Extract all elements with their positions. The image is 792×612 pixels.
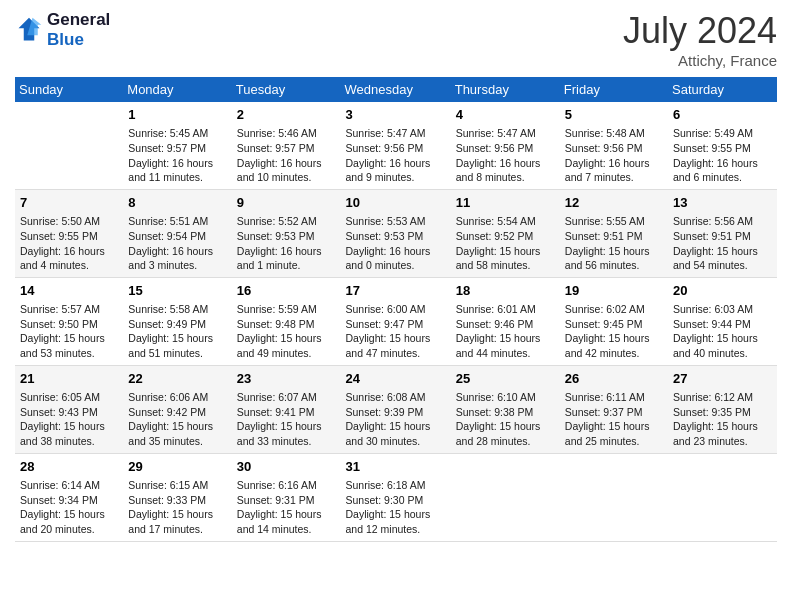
calendar-cell: 17Sunrise: 6:00 AM Sunset: 9:47 PM Dayli… [341,277,451,365]
weekday-header-saturday: Saturday [668,77,777,102]
day-number: 14 [20,282,118,300]
calendar-cell: 8Sunrise: 5:51 AM Sunset: 9:54 PM Daylig… [123,189,231,277]
day-info: Sunrise: 6:18 AM Sunset: 9:30 PM Dayligh… [346,478,446,537]
day-info: Sunrise: 6:05 AM Sunset: 9:43 PM Dayligh… [20,390,118,449]
day-number: 15 [128,282,226,300]
day-number: 30 [237,458,336,476]
week-row-5: 28Sunrise: 6:14 AM Sunset: 9:34 PM Dayli… [15,453,777,541]
day-number: 23 [237,370,336,388]
day-info: Sunrise: 5:58 AM Sunset: 9:49 PM Dayligh… [128,302,226,361]
day-info: Sunrise: 5:49 AM Sunset: 9:55 PM Dayligh… [673,126,772,185]
day-info: Sunrise: 6:16 AM Sunset: 9:31 PM Dayligh… [237,478,336,537]
day-info: Sunrise: 5:56 AM Sunset: 9:51 PM Dayligh… [673,214,772,273]
day-number: 16 [237,282,336,300]
weekday-header-sunday: Sunday [15,77,123,102]
day-info: Sunrise: 5:47 AM Sunset: 9:56 PM Dayligh… [456,126,555,185]
day-info: Sunrise: 6:00 AM Sunset: 9:47 PM Dayligh… [346,302,446,361]
calendar-cell: 14Sunrise: 5:57 AM Sunset: 9:50 PM Dayli… [15,277,123,365]
day-number: 28 [20,458,118,476]
day-info: Sunrise: 5:46 AM Sunset: 9:57 PM Dayligh… [237,126,336,185]
day-number: 12 [565,194,663,212]
calendar-cell: 12Sunrise: 5:55 AM Sunset: 9:51 PM Dayli… [560,189,668,277]
page-header: General Blue July 2024 Attichy, France [15,10,777,69]
calendar-cell: 24Sunrise: 6:08 AM Sunset: 9:39 PM Dayli… [341,365,451,453]
day-info: Sunrise: 6:14 AM Sunset: 9:34 PM Dayligh… [20,478,118,537]
day-info: Sunrise: 5:59 AM Sunset: 9:48 PM Dayligh… [237,302,336,361]
calendar-cell: 2Sunrise: 5:46 AM Sunset: 9:57 PM Daylig… [232,102,341,189]
day-number: 22 [128,370,226,388]
day-number: 10 [346,194,446,212]
day-number: 31 [346,458,446,476]
day-number: 1 [128,106,226,124]
day-number: 8 [128,194,226,212]
day-info: Sunrise: 5:57 AM Sunset: 9:50 PM Dayligh… [20,302,118,361]
day-info: Sunrise: 6:11 AM Sunset: 9:37 PM Dayligh… [565,390,663,449]
calendar-cell: 16Sunrise: 5:59 AM Sunset: 9:48 PM Dayli… [232,277,341,365]
day-info: Sunrise: 5:47 AM Sunset: 9:56 PM Dayligh… [346,126,446,185]
logo-text: General Blue [47,10,110,50]
calendar-cell [15,102,123,189]
calendar-cell: 23Sunrise: 6:07 AM Sunset: 9:41 PM Dayli… [232,365,341,453]
logo: General Blue [15,10,110,50]
day-number: 17 [346,282,446,300]
calendar-cell: 6Sunrise: 5:49 AM Sunset: 9:55 PM Daylig… [668,102,777,189]
day-number: 3 [346,106,446,124]
week-row-2: 7Sunrise: 5:50 AM Sunset: 9:55 PM Daylig… [15,189,777,277]
title-block: July 2024 Attichy, France [623,10,777,69]
day-number: 21 [20,370,118,388]
calendar-cell: 29Sunrise: 6:15 AM Sunset: 9:33 PM Dayli… [123,453,231,541]
calendar-cell [560,453,668,541]
weekday-header-thursday: Thursday [451,77,560,102]
day-info: Sunrise: 6:06 AM Sunset: 9:42 PM Dayligh… [128,390,226,449]
day-number: 7 [20,194,118,212]
calendar-cell: 19Sunrise: 6:02 AM Sunset: 9:45 PM Dayli… [560,277,668,365]
day-number: 9 [237,194,336,212]
day-number: 18 [456,282,555,300]
calendar-cell: 18Sunrise: 6:01 AM Sunset: 9:46 PM Dayli… [451,277,560,365]
day-info: Sunrise: 5:50 AM Sunset: 9:55 PM Dayligh… [20,214,118,273]
day-number: 11 [456,194,555,212]
day-info: Sunrise: 6:03 AM Sunset: 9:44 PM Dayligh… [673,302,772,361]
calendar-cell: 11Sunrise: 5:54 AM Sunset: 9:52 PM Dayli… [451,189,560,277]
calendar-cell: 30Sunrise: 6:16 AM Sunset: 9:31 PM Dayli… [232,453,341,541]
calendar-cell: 9Sunrise: 5:52 AM Sunset: 9:53 PM Daylig… [232,189,341,277]
week-row-3: 14Sunrise: 5:57 AM Sunset: 9:50 PM Dayli… [15,277,777,365]
calendar-cell: 3Sunrise: 5:47 AM Sunset: 9:56 PM Daylig… [341,102,451,189]
month-title: July 2024 [623,10,777,52]
calendar-cell: 4Sunrise: 5:47 AM Sunset: 9:56 PM Daylig… [451,102,560,189]
day-info: Sunrise: 5:52 AM Sunset: 9:53 PM Dayligh… [237,214,336,273]
calendar-cell [668,453,777,541]
day-number: 4 [456,106,555,124]
day-info: Sunrise: 5:45 AM Sunset: 9:57 PM Dayligh… [128,126,226,185]
calendar-cell: 5Sunrise: 5:48 AM Sunset: 9:56 PM Daylig… [560,102,668,189]
calendar-cell: 15Sunrise: 5:58 AM Sunset: 9:49 PM Dayli… [123,277,231,365]
day-info: Sunrise: 6:12 AM Sunset: 9:35 PM Dayligh… [673,390,772,449]
day-number: 13 [673,194,772,212]
day-number: 29 [128,458,226,476]
calendar-cell: 27Sunrise: 6:12 AM Sunset: 9:35 PM Dayli… [668,365,777,453]
calendar-cell: 10Sunrise: 5:53 AM Sunset: 9:53 PM Dayli… [341,189,451,277]
day-info: Sunrise: 5:51 AM Sunset: 9:54 PM Dayligh… [128,214,226,273]
day-info: Sunrise: 6:08 AM Sunset: 9:39 PM Dayligh… [346,390,446,449]
day-info: Sunrise: 5:53 AM Sunset: 9:53 PM Dayligh… [346,214,446,273]
calendar-table: SundayMondayTuesdayWednesdayThursdayFrid… [15,77,777,542]
calendar-cell: 22Sunrise: 6:06 AM Sunset: 9:42 PM Dayli… [123,365,231,453]
calendar-cell: 26Sunrise: 6:11 AM Sunset: 9:37 PM Dayli… [560,365,668,453]
calendar-cell: 1Sunrise: 5:45 AM Sunset: 9:57 PM Daylig… [123,102,231,189]
day-number: 24 [346,370,446,388]
week-row-4: 21Sunrise: 6:05 AM Sunset: 9:43 PM Dayli… [15,365,777,453]
day-number: 19 [565,282,663,300]
logo-icon [15,16,43,44]
day-number: 2 [237,106,336,124]
weekday-header-tuesday: Tuesday [232,77,341,102]
weekday-header-friday: Friday [560,77,668,102]
day-info: Sunrise: 6:10 AM Sunset: 9:38 PM Dayligh… [456,390,555,449]
day-number: 20 [673,282,772,300]
weekday-header-monday: Monday [123,77,231,102]
calendar-cell: 25Sunrise: 6:10 AM Sunset: 9:38 PM Dayli… [451,365,560,453]
calendar-cell: 31Sunrise: 6:18 AM Sunset: 9:30 PM Dayli… [341,453,451,541]
day-info: Sunrise: 5:54 AM Sunset: 9:52 PM Dayligh… [456,214,555,273]
day-info: Sunrise: 6:01 AM Sunset: 9:46 PM Dayligh… [456,302,555,361]
calendar-cell: 7Sunrise: 5:50 AM Sunset: 9:55 PM Daylig… [15,189,123,277]
week-row-1: 1Sunrise: 5:45 AM Sunset: 9:57 PM Daylig… [15,102,777,189]
